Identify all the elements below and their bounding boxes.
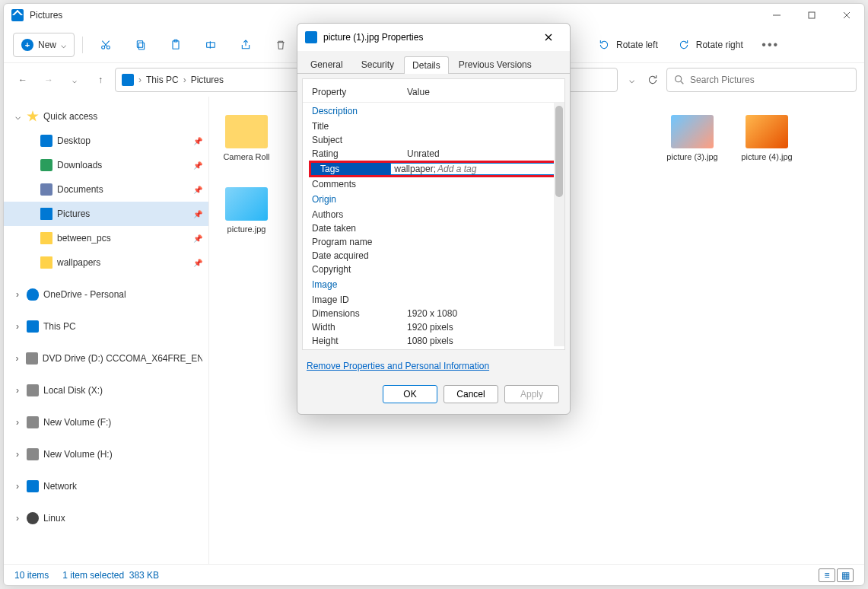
dialog-title: picture (1).jpg Properties [323,32,423,43]
maximize-button[interactable] [794,4,829,27]
share-button[interactable] [231,33,261,57]
prop-height[interactable]: Height1080 pixels [303,334,564,346]
pictures-icon [11,9,24,21]
sidebar-label: This PC [43,321,76,332]
dialog-tabs: General Security Details Previous Versio… [297,51,570,74]
rotate-right-icon [678,39,690,51]
up-button[interactable]: ↑ [89,68,112,91]
prop-dimensions[interactable]: Dimensions1920 x 1080 [303,307,564,320]
prop-width[interactable]: Width1920 pixels [303,320,564,334]
sidebar-label: New Volume (H:) [43,449,113,460]
search-box[interactable] [666,68,857,92]
prop-date-acquired[interactable]: Date acquired [303,249,564,263]
forward-button[interactable]: → [37,68,60,91]
folder-icon [225,115,268,148]
navigation-pane[interactable]: ⌵ Quick access ›Desktop📌 ›Downloads📌 ›Do… [4,97,209,564]
sidebar-dvd[interactable]: ›DVD Drive (D:) CCCOMA_X64FRE_EN-US [4,346,208,371]
file-picture[interactable]: picture.jpg [217,184,276,237]
prop-copyright[interactable]: Copyright [303,263,564,276]
more-button[interactable]: ••• [755,33,786,57]
svg-point-14 [676,76,682,82]
section-image: Image [303,276,564,293]
address-controls: ⌵ [621,68,663,92]
ok-button[interactable]: OK [383,385,437,403]
sidebar-network[interactable]: ›Network [4,474,208,498]
file-picture-3[interactable]: picture (3).jpg [663,112,722,177]
drive-icon [27,416,39,428]
dialog-body: Property Value Description Title Subject… [302,78,565,350]
address-dropdown[interactable]: ⌵ [621,68,642,92]
file-picture-4[interactable]: picture (4).jpg [737,112,796,177]
tags-input[interactable] [437,164,552,174]
minimize-button[interactable] [759,4,794,27]
tab-previous-versions[interactable]: Previous Versions [450,56,540,73]
svg-rect-9 [137,40,142,47]
tab-details[interactable]: Details [404,56,449,74]
sidebar-onedrive[interactable]: ›OneDrive - Personal [4,282,208,307]
pin-icon: 📌 [193,210,202,218]
apply-button[interactable]: Apply [504,385,559,403]
tab-general[interactable]: General [302,56,351,73]
pc-icon [27,320,39,333]
new-button[interactable]: + New ⌵ [13,33,75,57]
sidebar-local-disk[interactable]: ›Local Disk (X:) [4,378,208,403]
prop-program-name[interactable]: Program name [303,235,564,249]
tab-security[interactable]: Security [353,56,402,73]
sidebar-item-documents[interactable]: ›Documents📌 [4,177,208,202]
linux-icon [27,512,39,524]
details-view-button[interactable]: ≡ [819,568,835,582]
tags-input-wrapper[interactable]: wallpaper; [390,163,556,175]
rotate-right-button[interactable]: Rotate right [670,33,751,57]
sidebar-volume-f[interactable]: ›New Volume (F:) [4,410,208,435]
tags-value: wallpaper; [394,164,436,174]
rename-button[interactable] [196,33,226,57]
rotate-left-icon [598,39,610,51]
breadcrumb-pictures[interactable]: Pictures [191,75,224,85]
remove-properties-link[interactable]: Remove Properties and Personal Informati… [297,355,570,377]
back-button[interactable]: ← [11,68,34,91]
copy-button[interactable] [126,33,156,57]
delete-button[interactable] [265,33,296,57]
cut-button[interactable] [91,33,121,57]
prop-tags[interactable]: Tags wallpaper; [311,163,556,175]
prop-rating[interactable]: RatingUnrated [303,147,564,161]
file-label: picture (4).jpg [741,151,792,162]
scrollbar[interactable] [554,103,564,346]
sidebar-item-pictures[interactable]: ›Pictures📌 [4,202,208,226]
large-icons-view-button[interactable]: ▦ [837,568,854,582]
property-list[interactable]: Description Title Subject RatingUnrated … [303,103,564,346]
sidebar-item-wallpapers[interactable]: ›wallpapers📌 [4,250,208,275]
file-label: Camera Roll [223,151,269,162]
sidebar-label: DVD Drive (D:) CCCOMA_X64FRE_EN-US [43,353,202,364]
sidebar-thispc[interactable]: ›This PC [4,314,208,339]
prop-date-taken[interactable]: Date taken [303,221,564,235]
sidebar-linux[interactable]: ›Linux [4,506,208,530]
recent-locations-button[interactable]: ⌵ [63,68,86,91]
header-property: Property [312,87,407,97]
paste-button[interactable] [161,33,191,57]
sidebar-item-between-pcs[interactable]: ›between_pcs📌 [4,226,208,250]
prop-authors[interactable]: Authors [303,208,564,221]
prop-subject[interactable]: Subject [303,133,564,147]
file-camera-roll[interactable]: Camera Roll [217,112,276,177]
network-icon [27,480,39,492]
dialog-close-button[interactable] [535,27,562,48]
dialog-buttons: OK Cancel Apply [297,377,570,414]
chevron-right-icon: › [183,75,186,85]
search-input[interactable] [690,75,850,85]
close-button[interactable] [829,4,864,27]
prop-image-id[interactable]: Image ID [303,293,564,307]
sidebar-label: New Volume (F:) [43,417,111,428]
scrollbar-thumb[interactable] [555,106,563,197]
sidebar-quick-access[interactable]: ⌵ Quick access [4,104,208,129]
cancel-button[interactable]: Cancel [444,385,498,403]
sidebar-item-desktop[interactable]: ›Desktop📌 [4,129,208,153]
prop-comments[interactable]: Comments [303,177,564,191]
refresh-button[interactable] [642,68,663,92]
prop-title[interactable]: Title [303,119,564,133]
sidebar-volume-h[interactable]: ›New Volume (H:) [4,442,208,466]
sidebar-item-downloads[interactable]: ›Downloads📌 [4,153,208,177]
section-origin: Origin [303,191,564,208]
breadcrumb-thispc[interactable]: This PC [146,75,179,85]
rotate-left-button[interactable]: Rotate left [590,33,666,57]
